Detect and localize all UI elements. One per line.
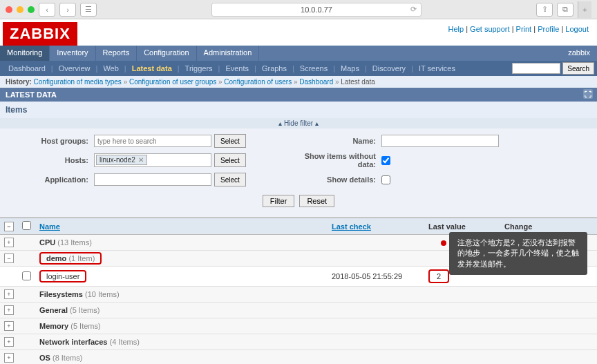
group-name: General (5 Items)	[35, 303, 597, 318]
expand-all[interactable]: −	[4, 222, 14, 231]
subnav-overview[interactable]: Overview	[53, 62, 96, 75]
history-item: Latest data	[341, 78, 375, 86]
show-details-label: Show details:	[298, 175, 381, 184]
table-row: +Network interfaces (4 Items)	[0, 334, 597, 350]
filter-button[interactable]: Filter	[263, 195, 294, 207]
hosts-select[interactable]: Select	[214, 153, 246, 167]
reset-button[interactable]: Reset	[299, 195, 334, 207]
show-without-checkbox[interactable]	[381, 156, 390, 165]
col-last-check[interactable]: Last check	[332, 222, 371, 231]
select-all-checkbox[interactable]	[22, 221, 31, 230]
hosts-label: Hosts:	[11, 156, 94, 164]
subnav-events[interactable]: Events	[220, 62, 254, 75]
group-name: OS (8 Items)	[35, 350, 597, 365]
group-name: Network interfaces (4 Items)	[35, 334, 597, 350]
application-input[interactable]	[94, 173, 211, 186]
search-input[interactable]	[512, 63, 560, 74]
search-box: Search	[512, 62, 594, 75]
subnav-maps[interactable]: Maps	[335, 62, 365, 75]
col-name[interactable]: Name	[39, 222, 60, 231]
show-without-label: Show items without data:	[298, 152, 381, 169]
table-row: +Filesystems (10 Items)	[0, 287, 597, 303]
subnav-dashboard[interactable]: Dashboard	[3, 62, 51, 75]
application-select[interactable]: Select	[214, 173, 246, 186]
name-label: Name:	[298, 137, 381, 145]
subnav-screens[interactable]: Screens	[294, 62, 333, 75]
minimize-window[interactable]	[17, 6, 23, 13]
history-item[interactable]: Dashboard	[299, 78, 333, 86]
host-groups-label: Host groups:	[11, 137, 94, 145]
browser-toolbar: ‹ › ☰ 10.0.0.77 ⟳ ⇪ ⧉ +	[0, 0, 597, 19]
history-item[interactable]: Configuration of media types	[34, 78, 122, 86]
fullscreen-icon[interactable]: ⛶	[583, 89, 593, 99]
host-groups-input[interactable]	[94, 135, 211, 147]
section-header: LATEST DATA ⛶	[0, 88, 597, 102]
close-window[interactable]	[6, 6, 12, 13]
last-check: 2018-05-05 21:55:29	[328, 267, 424, 287]
row-checkbox[interactable]	[22, 271, 31, 280]
group-name: Memory (5 Items)	[35, 318, 597, 334]
window-controls	[6, 6, 35, 13]
history-item[interactable]: Configuration of users	[224, 78, 292, 86]
current-user: zabbix	[561, 46, 597, 61]
expand-icon[interactable]: +	[4, 353, 14, 363]
application-label: Application:	[11, 175, 94, 184]
history-item[interactable]: Configuration of user groups	[129, 78, 216, 86]
annotation-tooltip: 注意这个地方是2，还没有达到报警的地步，一会多开几个终端，使之触发并发送邮件。	[449, 232, 587, 275]
history-label: History:	[6, 78, 32, 86]
name-input[interactable]	[381, 135, 499, 147]
maximize-window[interactable]	[28, 6, 35, 13]
host-tag: linux-node2 ✕	[96, 155, 147, 165]
url-bar[interactable]: 10.0.0.77 ⟳	[211, 3, 421, 17]
forward-button[interactable]: ›	[59, 3, 76, 17]
show-details-checkbox[interactable]	[381, 175, 390, 184]
subnav-it-services[interactable]: IT services	[413, 62, 461, 75]
history-bar: History: Configuration of media types » …	[0, 76, 597, 88]
expand-icon[interactable]: +	[4, 238, 14, 247]
subnav-triggers[interactable]: Triggers	[180, 62, 218, 75]
url-text: 10.0.0.77	[301, 6, 332, 14]
collapse-icon: ▴	[278, 119, 282, 127]
expand-icon[interactable]: +	[4, 289, 14, 299]
expand-icon[interactable]: −	[4, 253, 14, 263]
expand-icon[interactable]: +	[4, 337, 14, 347]
page-title: Items	[0, 102, 597, 118]
table-row: +OS (8 Items)	[0, 350, 597, 365]
tabs-button[interactable]: ⧉	[557, 3, 574, 17]
nav-administration[interactable]: Administration	[197, 46, 260, 61]
zabbix-logo: ZABBIX	[3, 22, 77, 46]
nav-inventory[interactable]: Inventory	[50, 46, 95, 61]
table-row: +Memory (5 Items)	[0, 318, 597, 334]
back-button[interactable]: ‹	[39, 3, 55, 17]
expand-icon[interactable]: +	[4, 321, 14, 331]
sidebar-button[interactable]: ☰	[80, 3, 97, 17]
nav-monitoring[interactable]: Monitoring	[0, 46, 50, 61]
table-row: +General (5 Items)	[0, 303, 597, 318]
search-button[interactable]: Search	[562, 62, 594, 75]
item-name: login-user	[35, 267, 328, 287]
subnav-discovery[interactable]: Discovery	[367, 62, 411, 75]
logout-link[interactable]: Logout	[565, 25, 589, 33]
nav-reports[interactable]: Reports	[96, 46, 138, 61]
col-last-value: Last value	[428, 222, 466, 231]
profile-link[interactable]: Profile	[538, 25, 559, 33]
subnav-graphs[interactable]: Graphs	[256, 62, 292, 75]
expand-icon[interactable]: +	[4, 305, 14, 315]
host-groups-select[interactable]: Select	[214, 134, 246, 148]
help-link[interactable]: Help	[448, 25, 464, 33]
refresh-icon[interactable]: ⟳	[410, 5, 417, 14]
nav-configuration[interactable]: Configuration	[137, 46, 196, 61]
top-nav: Monitoring Inventory Reports Configurati…	[0, 46, 597, 61]
top-links: Help | Get support | Print | Profile | L…	[448, 25, 589, 33]
print-link[interactable]: Print	[516, 25, 532, 33]
col-change: Change	[504, 222, 532, 231]
new-tab-button[interactable]: +	[578, 1, 591, 18]
sub-nav: Dashboard| Overview| Web| Latest data| T…	[0, 61, 597, 76]
remove-host-icon[interactable]: ✕	[138, 156, 144, 164]
subnav-latest-data[interactable]: Latest data	[126, 62, 178, 75]
filter-toggle[interactable]: ▴ Hide filter ▴	[0, 118, 597, 128]
support-link[interactable]: Get support	[470, 25, 509, 33]
subnav-web[interactable]: Web	[97, 62, 124, 75]
group-name: Filesystems (10 Items)	[35, 287, 597, 303]
share-button[interactable]: ⇪	[536, 3, 553, 17]
